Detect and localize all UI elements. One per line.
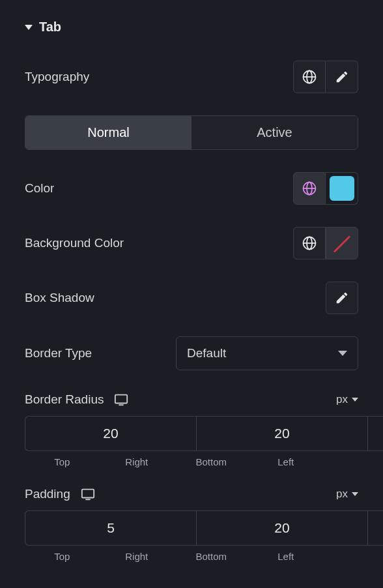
typography-edit-button[interactable]: [326, 61, 358, 93]
svg-rect-9: [115, 395, 127, 404]
padding-label: Padding: [25, 487, 70, 501]
label-top: Top: [25, 551, 100, 562]
label-left: Left: [249, 551, 324, 562]
label-bottom: Bottom: [174, 551, 249, 562]
pencil-icon: [335, 291, 349, 305]
padding-unit-select[interactable]: px: [336, 488, 358, 501]
bordertype-select[interactable]: Default: [176, 336, 358, 370]
bordertype-label: Border Type: [25, 346, 92, 360]
state-tabs: Normal Active: [25, 115, 358, 150]
pencil-icon: [335, 70, 349, 84]
padding-right-input[interactable]: [196, 510, 367, 546]
no-color-icon: [330, 231, 354, 256]
borderradius-unit-select[interactable]: px: [336, 393, 358, 406]
chevron-down-icon: [352, 492, 358, 496]
padding-bottom-input[interactable]: [367, 510, 383, 546]
padding-top-input[interactable]: [25, 510, 196, 546]
typography-label: Typography: [25, 70, 89, 84]
label-bottom: Bottom: [174, 456, 249, 467]
responsive-icon[interactable]: [81, 488, 95, 501]
borderradius-label: Border Radius: [25, 392, 104, 407]
globe-icon: [302, 181, 317, 196]
svg-rect-11: [82, 490, 94, 498]
typography-global-button[interactable]: [293, 61, 326, 93]
color-label: Color: [25, 181, 54, 196]
section-toggle-tab[interactable]: Tab: [25, 20, 358, 35]
borderradius-right-input[interactable]: [196, 416, 367, 451]
globe-icon: [302, 69, 317, 85]
label-right: Right: [100, 456, 175, 467]
tab-active[interactable]: Active: [192, 116, 358, 149]
bgcolor-label: Background Color: [25, 236, 124, 250]
boxshadow-edit-button[interactable]: [326, 282, 358, 314]
section-title: Tab: [39, 20, 61, 35]
label-left: Left: [249, 456, 324, 467]
tab-normal[interactable]: Normal: [25, 116, 192, 149]
borderradius-bottom-input[interactable]: [367, 416, 383, 451]
color-swatch: [330, 176, 354, 201]
caret-down-icon: [25, 25, 33, 30]
globe-icon: [302, 235, 317, 251]
bgcolor-global-button[interactable]: [293, 227, 326, 259]
color-picker-button[interactable]: [326, 172, 358, 205]
label-top: Top: [25, 456, 100, 467]
chevron-down-icon: [352, 398, 358, 402]
borderradius-top-input[interactable]: [25, 416, 196, 451]
label-right: Right: [100, 551, 175, 562]
color-global-button[interactable]: [293, 172, 326, 205]
bordertype-value: Default: [187, 346, 226, 360]
padding-unit: px: [336, 488, 348, 501]
bgcolor-picker-button[interactable]: [326, 227, 358, 259]
chevron-down-icon: [338, 351, 347, 356]
responsive-icon[interactable]: [114, 393, 128, 406]
boxshadow-label: Box Shadow: [25, 291, 94, 305]
borderradius-unit: px: [336, 393, 348, 406]
